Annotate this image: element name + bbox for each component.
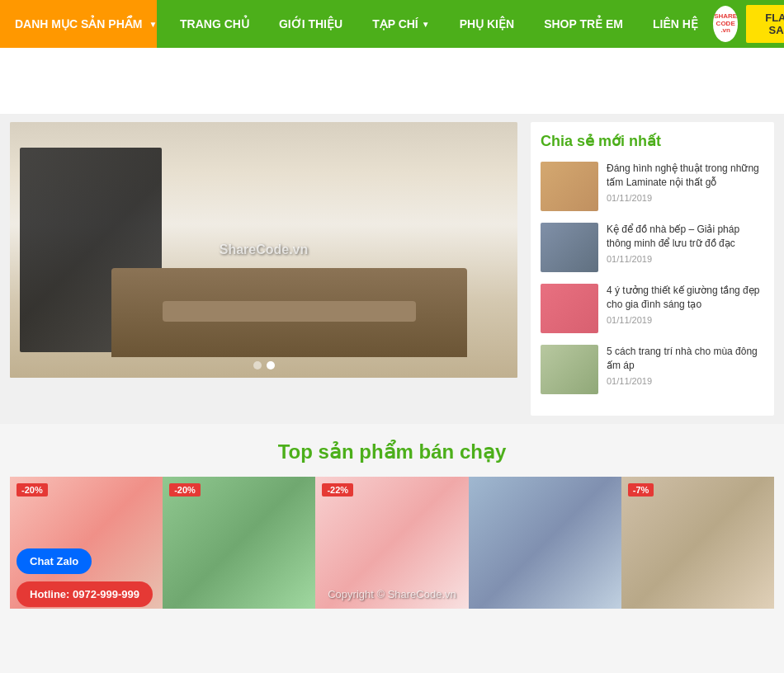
nav-links: TRANG CHỦ GIỚI THIỆU TẠP CHÍ ▼ PHỤ KIỆN …	[157, 0, 713, 48]
product-card-3[interactable]: -22% Copyright © ShareCode.vn	[315, 477, 468, 609]
news-title-2: Kệ để đồ nhà bếp – Giải pháp thông minh …	[607, 223, 764, 251]
nav-gioi-thieu[interactable]: GIỚI THIỆU	[264, 0, 357, 48]
sharecode-logo: SHARECODE.vn	[713, 6, 739, 42]
chevron-down-icon: ▼	[422, 20, 430, 29]
news-date-3: 01/11/2019	[607, 315, 764, 325]
news-item[interactable]: 4 ý tưởng thiết kế giường tầng đẹp cho g…	[541, 284, 764, 333]
nav-tap-chi[interactable]: TẠP CHÍ ▼	[357, 0, 445, 48]
discount-badge-2: -20%	[169, 483, 201, 497]
discount-badge-3: -22%	[322, 483, 353, 497]
hotline-label: Hotline:	[30, 588, 69, 600]
discount-badge-1: -20%	[17, 483, 48, 497]
news-thumbnail-1	[541, 162, 598, 211]
navbar: DANH MỤC SẢN PHẨM ▼ TRANG CHỦ GIỚI THIỆU…	[0, 0, 784, 48]
chat-zalo-button[interactable]: Chat Zalo	[17, 548, 92, 574]
news-text-4: 5 cách trang trí nhà cho mùa đông ấm áp …	[607, 345, 764, 394]
slider-dot-2[interactable]	[267, 361, 275, 369]
slider-watermark: ShareCode.vn	[220, 242, 309, 257]
danh-muc-label: DANH MỤC SẢN PHẨM	[15, 17, 142, 31]
news-item[interactable]: Kệ để đồ nhà bếp – Giải pháp thông minh …	[541, 223, 764, 272]
flash-sale-button[interactable]: FLASH SALE	[746, 5, 784, 43]
discount-badge-5: -7%	[628, 483, 654, 497]
news-date-4: 01/11/2019	[607, 376, 764, 386]
top-products-title: Top sản phẩm bán chạy	[10, 440, 774, 464]
coffee-table	[163, 301, 417, 322]
hero-slider[interactable]: ShareCode.vn	[10, 122, 517, 378]
nav-phu-kien[interactable]: PHỤ KIỆN	[445, 0, 529, 48]
product-image-3	[315, 477, 468, 609]
nav-trang-chu[interactable]: TRANG CHỦ	[165, 0, 264, 48]
hotline-button[interactable]: Hotline: 0972-999-999	[17, 581, 153, 607]
product-image-5	[621, 477, 774, 609]
news-text-1: Đáng hình nghệ thuật trong những tấm Lam…	[607, 162, 764, 211]
news-thumbnail-3	[541, 284, 598, 333]
slider-dot-1[interactable]	[253, 361, 262, 369]
product-card-5[interactable]: -7%	[621, 477, 774, 609]
sidebar-title: Chia sẻ mới nhất	[541, 132, 764, 150]
news-thumbnail-2	[541, 223, 598, 272]
chat-zalo-label: Chat Zalo	[30, 555, 78, 567]
news-item[interactable]: 5 cách trang trí nhà cho mùa đông ấm áp …	[541, 345, 764, 394]
danh-muc-button[interactable]: DANH MỤC SẢN PHẨM ▼	[0, 0, 157, 48]
nav-shop-tre-em[interactable]: SHOP TRẺ EM	[529, 0, 638, 48]
news-text-3: 4 ý tưởng thiết kế giường tầng đẹp cho g…	[607, 284, 764, 333]
product-image-4	[469, 477, 621, 609]
product-card-4[interactable]	[469, 477, 621, 609]
news-title-1: Đáng hình nghệ thuật trong những tấm Lam…	[607, 162, 764, 190]
news-date-1: 01/11/2019	[607, 193, 764, 203]
news-item[interactable]: Đáng hình nghệ thuật trong những tấm Lam…	[541, 162, 764, 211]
sidebar-news: Chia sẻ mới nhất Đáng hình nghệ thuật tr…	[531, 122, 774, 416]
content-section: ShareCode.vn Chia sẻ mới nhất Đáng hình …	[0, 114, 784, 424]
product-card-2[interactable]: -20%	[163, 477, 315, 609]
news-text-2: Kệ để đồ nhà bếp – Giải pháp thông minh …	[607, 223, 764, 272]
white-bar	[0, 48, 784, 114]
nav-right: SHARECODE.vn FLASH SALE	[713, 5, 784, 43]
hotline-number: 0972-999-999	[73, 588, 139, 600]
news-thumbnail-4	[541, 345, 598, 394]
chevron-down-icon: ▼	[149, 20, 157, 29]
news-title-4: 5 cách trang trí nhà cho mùa đông ấm áp	[607, 345, 764, 373]
nav-lien-he[interactable]: LIÊN HỆ	[638, 0, 713, 48]
slider-dots	[253, 361, 275, 369]
news-title-3: 4 ý tưởng thiết kế giường tầng đẹp cho g…	[607, 284, 764, 312]
news-date-2: 01/11/2019	[607, 254, 764, 264]
product-image-2	[163, 477, 315, 609]
